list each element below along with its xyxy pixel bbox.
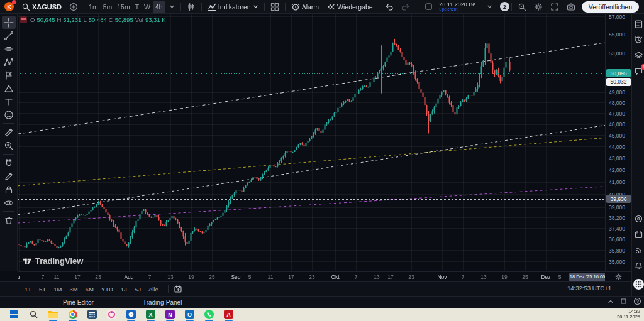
layout-grid-button[interactable] — [267, 1, 283, 13]
trend-line-tool[interactable] — [2, 29, 16, 42]
undo-button[interactable] — [381, 1, 397, 13]
forecast-flag-icon — [3, 70, 14, 81]
timeframe-T[interactable]: T — [133, 1, 142, 13]
range-1j[interactable]: 1J — [118, 285, 130, 294]
quick-search-icon[interactable] — [514, 1, 530, 13]
compare-add-button[interactable] — [65, 1, 82, 13]
tab-trading-panel[interactable]: Trading-Panel — [143, 299, 182, 306]
alert-label: Alarm — [302, 3, 319, 11]
chevron-up-icon[interactable] — [608, 298, 614, 305]
tab-pine-editor[interactable]: Pine Editor — [63, 299, 94, 306]
screenshot-camera-icon[interactable] — [563, 1, 579, 13]
calendar-button[interactable] — [633, 229, 643, 239]
price-tick: 49,000 — [609, 89, 625, 95]
redo-button[interactable] — [397, 1, 414, 13]
windows-start-taskbar-button[interactable] — [9, 309, 19, 320]
lock-tool[interactable] — [2, 183, 16, 196]
whatsapp-taskbar-button[interactable] — [204, 309, 214, 320]
help-icon[interactable] — [633, 297, 641, 305]
price-chart-canvas[interactable] — [18, 14, 605, 271]
crosshair-tool[interactable] — [2, 16, 16, 29]
divider — [379, 3, 379, 11]
workspace-count-badge[interactable]: 2 — [500, 2, 509, 11]
maximize-icon[interactable] — [620, 298, 627, 305]
fib-lines-tool[interactable] — [2, 42, 16, 55]
ruler-tool[interactable] — [2, 126, 16, 139]
alert-button[interactable]: Alarm — [287, 1, 323, 13]
timeframe-1m[interactable]: 1m — [86, 1, 101, 13]
search-icon — [21, 3, 30, 11]
alarm-clock-button[interactable] — [633, 35, 643, 45]
save-layout-icon[interactable] — [421, 1, 436, 13]
timeframe-5m[interactable]: 5m — [101, 1, 115, 13]
layers-button[interactable] — [633, 50, 643, 60]
fullscreen-icon[interactable] — [547, 1, 563, 13]
layout-name-button[interactable]: 26.11.2020 Be... Speichern — [436, 2, 482, 12]
tradingview-watermark: TradingView — [23, 256, 83, 266]
chart-style-button[interactable] — [183, 1, 199, 13]
xabcd-pattern-tool[interactable] — [2, 55, 16, 68]
time-tick: 7 — [462, 274, 465, 280]
range-ytd[interactable]: YTD — [98, 285, 116, 294]
paint-taskbar-button[interactable] — [106, 309, 117, 320]
time-axis[interactable]: 18 Dez '25 16:00 ul7111723Aug7131925Sep5… — [18, 271, 605, 281]
symbol-search-button[interactable]: XAGUSD — [18, 1, 65, 13]
forecast-flag-tool[interactable] — [2, 68, 16, 82]
calculator-taskbar-button[interactable] — [87, 309, 97, 320]
current-price-badge: 50,895 — [606, 69, 631, 77]
settings-gear-icon[interactable] — [530, 1, 547, 13]
indicators-button[interactable]: Indikatoren — [204, 1, 262, 13]
bell-button[interactable] — [633, 261, 643, 271]
broadcast-button[interactable] — [633, 245, 643, 255]
chart-area[interactable]: O50,645 H51,231 L50,484 C50,895 Vol93,31… — [18, 14, 605, 271]
magnet-tool[interactable] — [2, 156, 16, 170]
price-axis[interactable]: 57,00055,00053,00049,00048,00047,00046,0… — [605, 14, 631, 271]
acrobat-taskbar-button[interactable]: A — [223, 309, 234, 320]
outlook-taskbar-button[interactable]: O — [184, 309, 195, 320]
time-tick: 7 — [148, 274, 152, 280]
publish-button[interactable]: Veröffentlichen — [582, 1, 639, 13]
timeframe-W[interactable]: W — [142, 1, 153, 13]
taskbar-clock[interactable]: 14:32 20.11.2025 — [617, 309, 640, 320]
excel-taskbar-button[interactable]: X — [145, 309, 156, 320]
timeframe-chevron[interactable] — [165, 1, 179, 13]
trash-tool[interactable] — [2, 214, 16, 227]
clock-app-taskbar-button[interactable] — [126, 309, 136, 320]
replay-button[interactable]: Wiedergabe — [323, 1, 377, 13]
chat-button[interactable]: 1 — [633, 66, 643, 76]
go-to-date-icon[interactable] — [174, 285, 182, 293]
triangle-tool[interactable] — [2, 82, 16, 95]
file-explorer-taskbar-button[interactable] — [48, 309, 58, 320]
range-6m[interactable]: 6M — [82, 285, 97, 294]
pencil-tool[interactable] — [2, 170, 16, 183]
timeframe-15m[interactable]: 15m — [114, 1, 132, 13]
text-tool-tool[interactable] — [2, 95, 16, 108]
range-1m[interactable]: 1M — [50, 285, 65, 294]
search-taskbar-button[interactable] — [28, 309, 39, 320]
magnet-icon — [3, 158, 14, 169]
layout-chevron[interactable] — [483, 1, 496, 13]
user-avatar[interactable]: K 1 — [4, 2, 14, 11]
watchlist-button[interactable] — [633, 19, 643, 29]
range-5j[interactable]: 5J — [131, 285, 144, 294]
toolbar-divider — [3, 211, 14, 212]
zoom-in-tool[interactable] — [2, 139, 16, 152]
clock-utc[interactable]: 14:32:53 UTC+1 — [567, 285, 611, 291]
chrome-taskbar-button[interactable] — [67, 309, 78, 320]
range-1t[interactable]: 1T — [21, 285, 35, 294]
eye-tool[interactable] — [2, 196, 16, 209]
time-tick: 11 — [268, 274, 274, 280]
bullseye-button[interactable] — [633, 214, 643, 224]
time-axis-date-badge[interactable]: 18 Dez '25 16:00 — [569, 273, 606, 281]
broadcast-icon — [634, 246, 643, 255]
close-value: 50,895 — [115, 16, 133, 23]
range-5t[interactable]: 5T — [36, 285, 49, 294]
timeframe-4h[interactable]: 4h — [153, 1, 165, 13]
symbol-menu-icon[interactable] — [20, 16, 27, 23]
onenote-taskbar-button[interactable]: N — [165, 309, 175, 320]
emoji-tool[interactable] — [2, 108, 16, 121]
range-alle[interactable]: Alle — [145, 285, 162, 294]
range-3m[interactable]: 3M — [66, 285, 80, 294]
axis-settings-cell[interactable] — [605, 271, 631, 281]
apps-grid-button[interactable] — [633, 279, 644, 290]
